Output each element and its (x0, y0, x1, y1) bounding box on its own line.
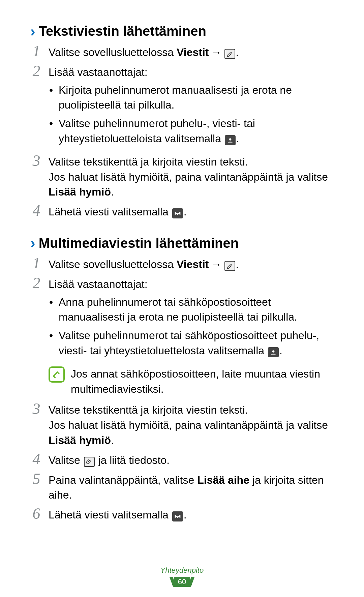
step-body: Valitse sovellusluettelossa Viestit → . (49, 45, 334, 60)
compose-icon (224, 261, 235, 271)
step-number: 4 (30, 203, 42, 218)
step-3: 3 Valitse tekstikenttä ja kirjoita viest… (30, 154, 334, 200)
section-heading-mms: › Multimediaviestin lähettäminen (30, 236, 334, 251)
step-4b: 4 Valitse ja liitä tiedosto. (30, 453, 334, 468)
step-4: 4 Lähetä viesti valitsemalla . (30, 204, 334, 219)
footer: Yhteydenpito 60 (0, 566, 364, 587)
send-icon (172, 208, 183, 218)
step-1: 1 Valitse sovellusluettelossa Viestit → … (30, 45, 334, 60)
bullet: Kirjoita puhelinnumerot manuaalisesti ja… (49, 83, 334, 113)
heading-1: Tekstiviestin lähettäminen (39, 24, 206, 39)
step-body: Valitse tekstikenttä ja kirjoita viestin… (49, 402, 334, 448)
step-2b: 2 Lisää vastaanottajat: Anna puhelinnume… (30, 277, 334, 362)
step-number: 3 (30, 153, 42, 169)
svg-point-1 (272, 350, 275, 353)
heading-2: Multimediaviestin lähettäminen (39, 236, 239, 251)
bullet: Valitse puhelinnumerot tai sähköpostioso… (49, 328, 334, 358)
page-number: 60 (174, 577, 190, 587)
note-block: Jos annat sähköpostiosoitteen, laite muu… (30, 366, 334, 397)
step-number: 4 (30, 451, 42, 467)
footer-category: Yhteydenpito (0, 566, 364, 575)
note-text: Jos annat sähköpostiosoitteen, laite muu… (71, 366, 334, 397)
step-number: 3 (30, 401, 42, 417)
step-number: 1 (30, 43, 42, 59)
step-number: 6 (30, 506, 42, 521)
step-body: Lähetä viesti valitsemalla . (49, 507, 334, 523)
step-2: 2 Lisää vastaanottajat: Kirjoita puhelin… (30, 65, 334, 150)
chevron-icon: › (30, 236, 35, 250)
contact-icon (268, 347, 279, 357)
page-content: › Tekstiviestin lähettäminen 1 Valitse s… (0, 0, 364, 523)
step-body: Lisää vastaanottajat: Kirjoita puhelinnu… (49, 65, 334, 150)
send-icon (172, 511, 183, 521)
step-6b: 6 Lähetä viesti valitsemalla . (30, 507, 334, 523)
step-number: 2 (30, 63, 42, 79)
bullet: Valitse puhelinnumerot puhelu-, viesti- … (49, 116, 334, 146)
step-body: Lisää vastaanottajat: Anna puhelinnumero… (49, 277, 334, 362)
svg-point-0 (229, 138, 232, 141)
step-number: 1 (30, 256, 42, 271)
step-3b: 3 Valitse tekstikenttä ja kirjoita viest… (30, 402, 334, 448)
contact-icon (225, 135, 236, 145)
chevron-icon: › (30, 24, 35, 39)
step-body: Valitse ja liitä tiedosto. (49, 453, 334, 468)
step-body: Valitse tekstikenttä ja kirjoita viestin… (49, 154, 334, 200)
compose-icon (224, 49, 235, 59)
step-body: Valitse sovellusluettelossa Viestit → . (49, 257, 334, 272)
step-body: Paina valintanäppäintä, valitse Lisää ai… (49, 473, 334, 503)
note-icon (49, 366, 65, 383)
attach-icon (84, 457, 95, 467)
step-1b: 1 Valitse sovellusluettelossa Viestit → … (30, 257, 334, 272)
step-body: Lähetä viesti valitsemalla . (49, 204, 334, 219)
section-heading-text: › Tekstiviestin lähettäminen (30, 24, 334, 39)
step-number: 2 (30, 275, 42, 291)
bullet: Anna puhelinnumerot tai sähköpostiosoitt… (49, 295, 334, 325)
step-5b: 5 Paina valintanäppäintä, valitse Lisää … (30, 473, 334, 503)
step-number: 5 (30, 471, 42, 487)
